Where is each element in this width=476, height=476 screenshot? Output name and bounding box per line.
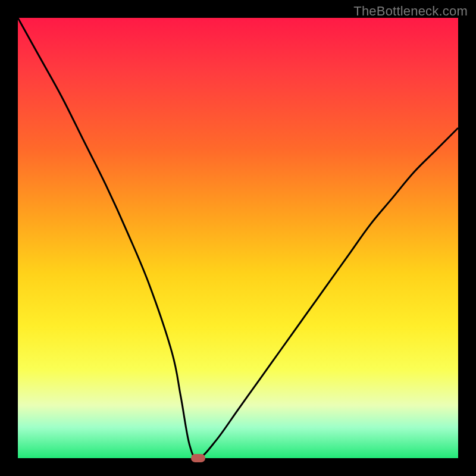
plot-area [18,18,458,458]
bottleneck-curve [18,18,458,458]
optimal-marker [191,454,205,462]
chart-frame: TheBottleneck.com [0,0,476,476]
watermark-text: TheBottleneck.com [353,4,468,19]
curve-svg [18,18,458,458]
